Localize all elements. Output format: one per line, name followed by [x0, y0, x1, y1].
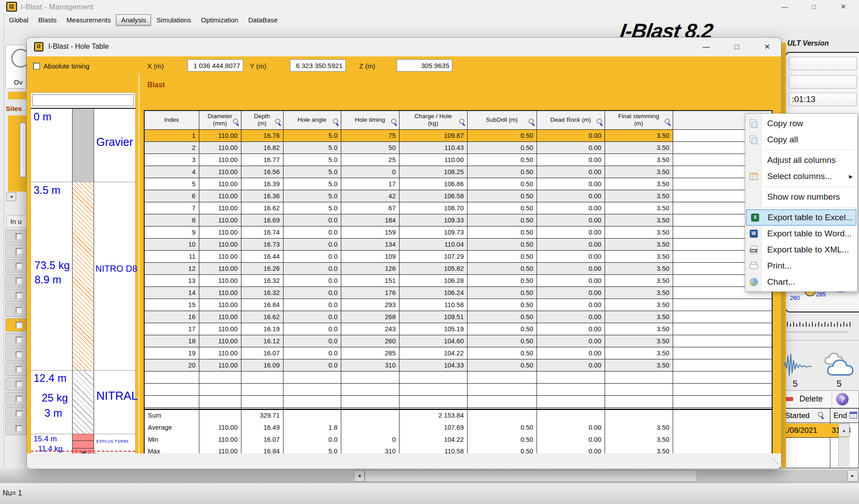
- cell[interactable]: 16.82: [241, 141, 283, 154]
- dialog-titlebar[interactable]: I2 I-Blast - Hole Table — □ ✕: [27, 38, 781, 56]
- cell[interactable]: Max: [144, 445, 199, 453]
- hscroll-right-button[interactable]: ►: [847, 470, 858, 482]
- cell[interactable]: 0.0: [283, 286, 341, 299]
- cell[interactable]: Min: [144, 433, 199, 445]
- cell[interactable]: 0.00: [537, 262, 605, 274]
- cell[interactable]: 0.50: [467, 323, 537, 335]
- cell[interactable]: 16.07: [241, 347, 283, 359]
- table-row-1[interactable]: 1110.0016.765.075109.870.500.003.50: [144, 129, 772, 141]
- cell[interactable]: 11: [144, 250, 199, 262]
- col-header-depth[interactable]: Depth(m): [241, 111, 283, 129]
- column-search-icon[interactable]: [232, 119, 240, 126]
- cell[interactable]: 14: [144, 286, 199, 299]
- blast-list-item[interactable]: [5, 259, 26, 273]
- cell[interactable]: 0.00: [537, 141, 605, 154]
- cell[interactable]: 5.0: [283, 141, 341, 154]
- help-icon[interactable]: ?: [836, 393, 849, 406]
- menu-item-export-table-to-xml[interactable]: XMLExport table to XML...: [745, 242, 857, 258]
- started-column-header[interactable]: Started: [785, 411, 810, 420]
- cell[interactable]: 285: [341, 347, 399, 359]
- col-header-charge-hole[interactable]: Charge / Hole(kg): [399, 111, 467, 129]
- col-header-index[interactable]: Index: [144, 111, 199, 129]
- cell[interactable]: 5.0: [283, 129, 341, 141]
- right-field-2[interactable]: [789, 75, 857, 89]
- column-search-icon[interactable]: [528, 119, 535, 126]
- started-search-icon[interactable]: [817, 412, 825, 419]
- cell[interactable]: 107.69: [399, 421, 467, 433]
- blast-list-item[interactable]: [5, 363, 26, 376]
- blast-checkbox[interactable]: [16, 410, 22, 417]
- cell[interactable]: 243: [341, 323, 399, 335]
- cell[interactable]: [144, 395, 199, 407]
- cell[interactable]: 0.00: [537, 445, 605, 453]
- table-row-10[interactable]: 10110.0016.730.0134110.040.500.003.50: [144, 238, 772, 250]
- cell[interactable]: 110.00: [199, 226, 241, 238]
- cell[interactable]: 110.00: [199, 445, 241, 453]
- cell[interactable]: 110.00: [199, 311, 241, 323]
- x-input[interactable]: [187, 59, 243, 72]
- cell[interactable]: 16.84: [241, 299, 283, 311]
- blast-checkbox[interactable]: [16, 366, 22, 373]
- cell[interactable]: 0.50: [467, 274, 537, 286]
- cell[interactable]: 0.50: [467, 141, 537, 154]
- cell[interactable]: 109: [341, 250, 399, 262]
- cell[interactable]: 106.58: [399, 190, 467, 202]
- cell[interactable]: 3.50: [605, 421, 673, 433]
- cell[interactable]: 3.50: [605, 129, 673, 141]
- cell[interactable]: 16.07: [241, 433, 283, 445]
- cell[interactable]: 110.00: [199, 129, 241, 141]
- main-minimize-button[interactable]: —: [775, 1, 794, 13]
- cell[interactable]: [467, 371, 537, 383]
- cell[interactable]: [144, 383, 199, 395]
- cell[interactable]: 16.12: [241, 335, 283, 347]
- cell[interactable]: 310: [341, 445, 399, 453]
- cell[interactable]: 0.00: [537, 359, 605, 371]
- cell[interactable]: 0.00: [537, 202, 605, 214]
- cell[interactable]: 104.33: [399, 359, 467, 371]
- cell[interactable]: [537, 409, 605, 421]
- menu-item-chart[interactable]: Chart...: [745, 274, 857, 290]
- cell[interactable]: 0.0: [283, 311, 341, 323]
- table-row-17[interactable]: 17110.0016.190.0243105.190.500.003.50: [144, 323, 772, 335]
- cell[interactable]: [199, 395, 241, 407]
- resize-grip[interactable]: ⋱: [771, 457, 778, 465]
- cell[interactable]: 110.58: [399, 445, 467, 453]
- cell[interactable]: 9: [144, 226, 199, 238]
- cell[interactable]: 0.00: [537, 323, 605, 335]
- table-row-8[interactable]: 8110.0016.690.0184109.330.500.003.50: [144, 214, 772, 226]
- cell[interactable]: [341, 371, 399, 383]
- dates-scrollbar[interactable]: [838, 437, 850, 467]
- seismograph-icon[interactable]: [783, 350, 812, 380]
- cell[interactable]: 0.00: [537, 421, 605, 433]
- cell[interactable]: 16.32: [241, 274, 283, 286]
- blast-checkbox[interactable]: [16, 337, 22, 343]
- cell[interactable]: 16.76: [241, 129, 283, 141]
- menu-item-simulations[interactable]: Simulations: [152, 15, 196, 25]
- cell[interactable]: 3.50: [605, 238, 673, 250]
- cell[interactable]: 110.00: [199, 178, 241, 190]
- cell[interactable]: 15: [144, 299, 199, 311]
- cell[interactable]: 0.00: [537, 347, 605, 359]
- sites-list[interactable]: [20, 123, 26, 177]
- cell[interactable]: 0.50: [467, 129, 537, 141]
- menu-item-blasts[interactable]: Blasts: [34, 15, 61, 25]
- menu-item-analysis[interactable]: Analysis: [116, 14, 151, 26]
- in-use-column-header[interactable]: In u: [6, 215, 27, 228]
- cell[interactable]: 110.00: [199, 421, 241, 433]
- menu-item-database[interactable]: DataBase: [244, 15, 282, 25]
- col-header-subdrill-m-[interactable]: SubDrill (m): [467, 111, 537, 129]
- cell[interactable]: 6: [144, 190, 199, 202]
- cell[interactable]: 12: [144, 262, 199, 274]
- cell[interactable]: 0.50: [467, 166, 537, 178]
- cell[interactable]: 0.00: [537, 311, 605, 323]
- cell[interactable]: 2 153.84: [399, 409, 467, 421]
- col-header-hole-angle[interactable]: Hole angle: [283, 111, 341, 129]
- cell[interactable]: 0.50: [467, 250, 537, 262]
- cell[interactable]: 106.28: [399, 274, 467, 286]
- cell[interactable]: 104.60: [399, 335, 467, 347]
- cell[interactable]: 108.25: [399, 166, 467, 178]
- column-search-icon[interactable]: [391, 119, 398, 126]
- menu-item-global[interactable]: Global: [4, 15, 33, 25]
- menu-item-select-columns[interactable]: Select columns...▶: [745, 168, 857, 184]
- cell[interactable]: 0.00: [537, 299, 605, 311]
